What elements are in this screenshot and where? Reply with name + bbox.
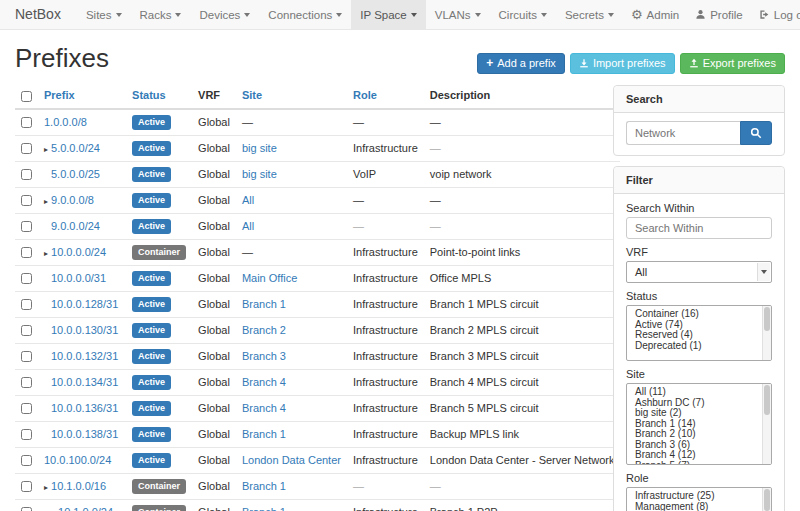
vrf-cell: Global: [192, 395, 236, 421]
nav-item-connections[interactable]: Connections: [259, 0, 351, 29]
search-input[interactable]: [626, 121, 740, 145]
site-link[interactable]: Branch 4: [242, 376, 286, 388]
select-all-checkbox[interactable]: [21, 91, 32, 102]
role-listbox[interactable]: Infrastructure (25)Management (8)Private…: [626, 487, 772, 511]
row-checkbox[interactable]: [21, 429, 32, 440]
column-header-site[interactable]: Site: [236, 85, 347, 109]
description-cell: Branch 1 P2P: [430, 506, 498, 511]
vrf-cell: Global: [192, 239, 236, 265]
prefix-link[interactable]: 10.0.100.0/24: [44, 454, 111, 466]
site-link[interactable]: Main Office: [242, 272, 297, 284]
site-listbox[interactable]: All (11)Ashburn DC (7)big site (2)Branch…: [626, 383, 772, 465]
row-checkbox[interactable]: [21, 143, 32, 154]
scrollbar[interactable]: [762, 488, 771, 511]
prefix-link[interactable]: 10.0.0.136/31: [51, 402, 118, 414]
search-within-input[interactable]: [626, 217, 772, 239]
site-option-branch-5-7[interactable]: Branch 5 (7): [627, 461, 771, 466]
vrf-select[interactable]: All: [626, 261, 772, 283]
nav-item-devices[interactable]: Devices: [190, 0, 259, 29]
import-prefixes-button[interactable]: Import prefixes: [570, 53, 675, 74]
table-row: ▸5.0.0.0/24ActiveGlobalbig siteInfrastru…: [15, 135, 620, 161]
status-option-container-16[interactable]: Container (16): [627, 309, 771, 320]
row-checkbox[interactable]: [21, 221, 32, 232]
role-cell: —: [353, 116, 364, 128]
row-checkbox[interactable]: [21, 117, 32, 128]
app-brand[interactable]: NetBox: [15, 0, 61, 29]
prefix-link[interactable]: 10.1.0.0/24: [58, 506, 113, 511]
status-listbox[interactable]: Container (16)Active (74)Reserved (4)Dep…: [626, 305, 772, 361]
row-checkbox[interactable]: [21, 273, 32, 284]
nav-item-profile[interactable]: Profile: [687, 0, 751, 29]
nav-item-label: VLANs: [435, 9, 471, 21]
add-a-prefix-button[interactable]: +Add a prefix: [477, 53, 565, 74]
prefix-link[interactable]: 10.1.0.0/16: [51, 480, 106, 492]
site-link[interactable]: Branch 4: [242, 402, 286, 414]
nav-item-circuits[interactable]: Circuits: [490, 0, 556, 29]
site-link[interactable]: All: [242, 194, 254, 206]
row-checkbox[interactable]: [21, 351, 32, 362]
prefix-link[interactable]: 5.0.0.0/24: [51, 142, 100, 154]
status-option-reserved-4[interactable]: Reserved (4): [627, 330, 771, 341]
site-link[interactable]: Branch 2: [242, 324, 286, 336]
nav-item-secrets[interactable]: Secrets: [556, 0, 623, 29]
prefix-link[interactable]: 10.0.0.0/31: [51, 272, 106, 284]
prefix-link[interactable]: 10.0.0.132/31: [51, 350, 118, 362]
prefix-table: PrefixStatusVRFSiteRoleDescription 1.0.0…: [15, 85, 620, 511]
nav-item-racks[interactable]: Racks: [131, 0, 191, 29]
nav-item-ip-space[interactable]: IP Space: [351, 0, 425, 29]
status-option-deprecated-1[interactable]: Deprecated (1): [627, 341, 771, 352]
site-link[interactable]: Branch 1: [242, 298, 286, 310]
prefix-link[interactable]: 1.0.0.0/8: [44, 116, 87, 128]
row-checkbox[interactable]: [21, 299, 32, 310]
nav-item-vlans[interactable]: VLANs: [426, 0, 490, 29]
export-prefixes-button[interactable]: Export prefixes: [680, 53, 785, 74]
prefix-link[interactable]: 9.0.0.0/8: [51, 194, 94, 206]
table-row: 10.0.100.0/24ActiveGlobalLondon Data Cen…: [15, 447, 620, 473]
vrf-select-value: All: [635, 266, 647, 278]
site-option-branch-2-10[interactable]: Branch 2 (10): [627, 429, 771, 440]
site-link[interactable]: All: [242, 220, 254, 232]
prefix-link[interactable]: 10.0.0.128/31: [51, 298, 118, 310]
nav-item-log-out[interactable]: Log out: [751, 0, 800, 29]
site-link[interactable]: Branch 1: [242, 428, 286, 440]
nav-item-sites[interactable]: Sites: [77, 0, 131, 29]
role-option-infrastructure-25[interactable]: Infrastructure (25): [627, 491, 771, 502]
site-link[interactable]: Branch 1: [242, 506, 286, 511]
row-checkbox[interactable]: [21, 169, 32, 180]
column-header-prefix[interactable]: Prefix: [38, 85, 126, 109]
site-link[interactable]: London Data Center: [242, 454, 341, 466]
nav-item-admin[interactable]: ⚙Admin: [623, 0, 687, 29]
prefix-link[interactable]: 9.0.0.0/24: [51, 220, 100, 232]
row-checkbox[interactable]: [21, 455, 32, 466]
filter-panel-title: Filter: [614, 167, 784, 194]
site-link[interactable]: big site: [242, 168, 277, 180]
prefix-link[interactable]: 10.0.0.0/24: [51, 246, 106, 258]
row-checkbox[interactable]: [21, 403, 32, 414]
column-header-role[interactable]: Role: [347, 85, 424, 109]
site-option-all-11[interactable]: All (11): [627, 387, 771, 398]
table-row: 10.0.0.128/31ActiveGlobalBranch 1Infrast…: [15, 291, 620, 317]
search-button[interactable]: [740, 121, 772, 145]
site-option-branch-4-12[interactable]: Branch 4 (12): [627, 450, 771, 461]
row-checkbox[interactable]: [21, 377, 32, 388]
scrollbar[interactable]: [762, 306, 771, 360]
prefix-link[interactable]: 10.0.0.130/31: [51, 324, 118, 336]
row-checkbox[interactable]: [21, 247, 32, 258]
prefix-link[interactable]: 5.0.0.0/25: [51, 168, 100, 180]
row-checkbox[interactable]: [21, 195, 32, 206]
column-header-status[interactable]: Status: [126, 85, 192, 109]
role-option-management-8[interactable]: Management (8): [627, 502, 771, 511]
caret-down-icon: [541, 13, 547, 17]
row-checkbox[interactable]: [21, 507, 32, 511]
status-badge: Active: [132, 219, 171, 234]
row-checkbox[interactable]: [21, 325, 32, 336]
prefix-link[interactable]: 10.0.0.134/31: [51, 376, 118, 388]
vrf-cell: Global: [192, 447, 236, 473]
site-link[interactable]: big site: [242, 142, 277, 154]
scrollbar[interactable]: [762, 384, 771, 464]
site-option-big-site-2[interactable]: big site (2): [627, 408, 771, 419]
site-link[interactable]: Branch 1: [242, 480, 286, 492]
row-checkbox[interactable]: [21, 481, 32, 492]
site-link[interactable]: Branch 3: [242, 350, 286, 362]
prefix-link[interactable]: 10.0.0.138/31: [51, 428, 118, 440]
